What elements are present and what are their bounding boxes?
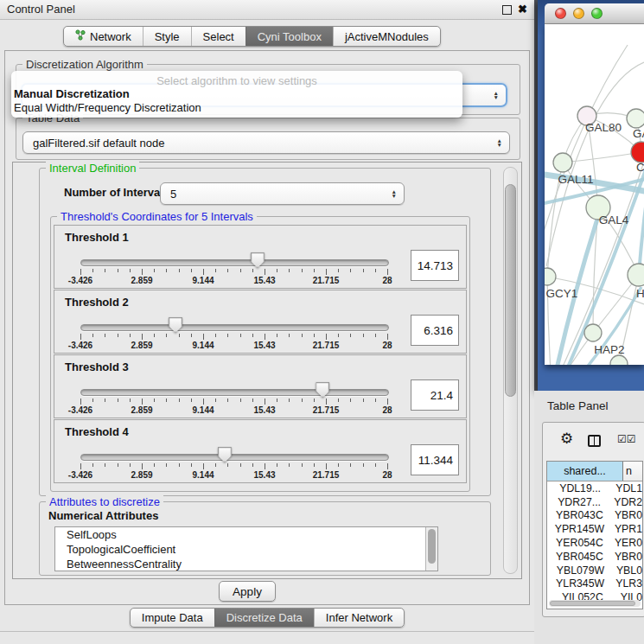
- top-tab-bar: NetworkStyleSelectCyni ToolboxjActiveMNo…: [63, 26, 441, 47]
- tick-mark: [240, 399, 241, 402]
- node-label-ga: GA: [633, 127, 644, 140]
- network-node-unlabeled[interactable]: [610, 355, 628, 365]
- threshold-slider-track[interactable]: [80, 259, 389, 266]
- table-row-ydr27[interactable]: YDR27...YDR2: [547, 495, 642, 509]
- tick-mark: [142, 334, 143, 340]
- settings-scrollbar[interactable]: [503, 167, 518, 574]
- scrollbar-thumb[interactable]: [550, 601, 635, 606]
- tick-mark: [289, 463, 290, 467]
- network-node-gcy1[interactable]: [545, 268, 556, 285]
- tick-label: 9.144: [192, 470, 214, 480]
- tick-mark: [375, 269, 376, 272]
- tick-label: 28: [382, 470, 392, 480]
- tab-label: Network: [90, 30, 131, 43]
- tab-jactivemnodules[interactable]: jActiveMNodules: [333, 27, 440, 46]
- threshold-slider-thumb[interactable]: [251, 252, 265, 268]
- table-row-ybr043c[interactable]: YBR043CYBR0: [547, 509, 642, 523]
- threshold-value-field[interactable]: 6.316: [411, 315, 459, 346]
- tick-mark: [289, 399, 290, 402]
- network-window-titlebar[interactable]: [545, 3, 644, 24]
- network-edge[interactable]: [545, 45, 628, 232]
- attribute-item-betweennesscentrality[interactable]: BetweennessCentrality: [55, 557, 437, 571]
- float-window-icon[interactable]: [502, 5, 512, 15]
- tick-mark: [375, 334, 376, 337]
- tick-mark: [338, 269, 339, 272]
- threshold-row: Threshold 1 -3.4262.8599.14415.4321.7152…: [54, 225, 467, 289]
- horizontal-scrollbar[interactable]: [549, 600, 641, 607]
- tick-mark: [350, 399, 351, 402]
- algorithm-option-equal-width-frequency-discretization[interactable]: Equal Width/Frequency Discretization: [11, 101, 462, 115]
- threshold-value-field[interactable]: 11.344: [411, 444, 459, 475]
- tab-style[interactable]: Style: [143, 27, 191, 46]
- tick-label: -3.426: [68, 341, 92, 350]
- network-edge[interactable]: [563, 152, 641, 163]
- stepper-icon: ▲▼: [392, 189, 397, 198]
- tick-mark: [166, 269, 167, 272]
- table-data-select[interactable]: galFiltered.sif default node ▲▼: [22, 131, 510, 154]
- threshold-slider-track[interactable]: [80, 389, 389, 396]
- network-graph: GAL80GACGAL11GAL4GCY1HHAP2: [545, 24, 644, 365]
- threshold-slider-track[interactable]: [80, 324, 389, 331]
- network-node-ga[interactable]: [627, 109, 644, 128]
- split-columns-icon[interactable]: [588, 435, 601, 447]
- traffic-light-close[interactable]: [555, 8, 566, 19]
- tick-mark: [277, 269, 277, 272]
- table-row-ylr345w[interactable]: YLR345WYLR3: [547, 577, 642, 591]
- list-scrollbar[interactable]: [425, 527, 437, 571]
- network-view-window: GAL80GACGAL11GAL4GCY1HHAP2: [538, 0, 644, 391]
- table-row-ypr145w[interactable]: YPR145WYPR1: [547, 522, 642, 536]
- tab-select[interactable]: Select: [191, 27, 245, 46]
- algorithm-option-manual-discretization[interactable]: Manual Discretization: [11, 87, 462, 101]
- threshold-value-field[interactable]: 21.4: [411, 379, 459, 411]
- traffic-light-minimize[interactable]: [573, 8, 584, 19]
- gear-icon[interactable]: ⚙: [560, 430, 573, 448]
- attribute-item-topologicalcoefficient[interactable]: TopologicalCoefficient: [55, 542, 437, 557]
- tick-mark: [154, 269, 155, 272]
- scrollbar-thumb[interactable]: [428, 529, 436, 564]
- tick-mark: [179, 399, 180, 402]
- slider-tick-labels: -3.4262.8599.14415.4321.71528: [80, 405, 388, 416]
- scrollbar-thumb[interactable]: [505, 184, 516, 397]
- column-header-name[interactable]: n: [623, 462, 642, 481]
- threshold-slider-thumb[interactable]: [169, 317, 182, 333]
- threshold-row: Threshold 3 -3.4262.8599.14415.4321.7152…: [54, 354, 467, 418]
- threshold-slider-track[interactable]: [80, 454, 389, 461]
- table-row-ybl079w[interactable]: YBL079WYBL0: [547, 564, 642, 577]
- node-label-gal4: GAL4: [599, 214, 629, 226]
- table-row-ydl19[interactable]: YDL19...YDL1: [547, 481, 642, 495]
- tick-mark: [252, 269, 253, 272]
- tab-network[interactable]: Network: [64, 27, 143, 46]
- attribute-item-selfloops[interactable]: SelfLoops: [55, 527, 437, 542]
- tab-impute-data[interactable]: Impute Data: [131, 609, 214, 627]
- tab-cyni-toolbox[interactable]: Cyni Toolbox: [245, 27, 333, 46]
- cell-name: YDL1: [613, 482, 642, 494]
- tick-mark: [105, 399, 105, 402]
- threshold-slider-thumb[interactable]: [316, 382, 329, 398]
- traffic-light-zoom[interactable]: [591, 8, 603, 19]
- threshold-slider-thumb[interactable]: [218, 447, 232, 462]
- tick-mark: [118, 334, 118, 337]
- cell-name: YDR2: [611, 496, 642, 508]
- network-node-hap2[interactable]: [584, 324, 602, 341]
- group-label: Interval Definition: [46, 162, 139, 175]
- close-icon[interactable]: ✖: [518, 0, 527, 19]
- tab-discretize-data[interactable]: Discretize Data: [214, 609, 314, 627]
- tick-mark: [179, 463, 180, 467]
- column-header-shared-name[interactable]: shared...: [547, 462, 623, 481]
- tick-mark: [240, 334, 241, 337]
- apply-button[interactable]: Apply: [219, 581, 276, 602]
- network-canvas[interactable]: GAL80GACGAL11GAL4GCY1HHAP2: [545, 24, 644, 365]
- tab-infer-network[interactable]: Infer Network: [314, 609, 404, 627]
- cell-shared-name: YDL19...: [547, 482, 613, 494]
- network-node-h[interactable]: [628, 264, 644, 286]
- tab-label: Select: [203, 30, 234, 43]
- tick-label: 28: [382, 405, 392, 415]
- select-all-checkboxes-icon[interactable]: ☑☑: [617, 433, 636, 445]
- network-node-gal11[interactable]: [553, 153, 572, 172]
- table-row-yer054c[interactable]: YER054CYER0: [547, 536, 642, 550]
- tick-mark: [215, 334, 216, 337]
- threshold-value-field[interactable]: 14.713: [411, 250, 459, 281]
- table-row-ybr045c[interactable]: YBR045CYBR0: [547, 550, 642, 564]
- right-region: GAL80GACGAL11GAL4GCY1HHAP2 Table Panel ⚙…: [534, 0, 644, 644]
- number-of-intervals-select[interactable]: 5 ▲▼: [160, 182, 405, 205]
